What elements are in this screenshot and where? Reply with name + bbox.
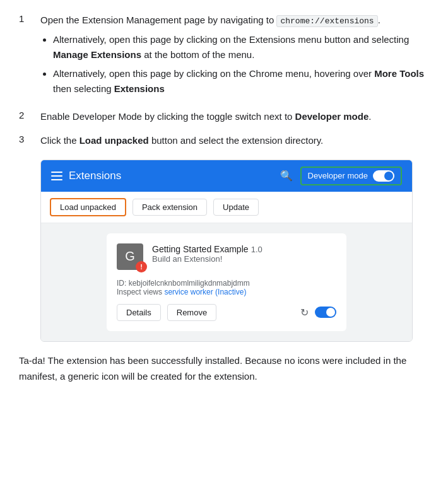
ext-header-right: 🔍 Developer mode (280, 167, 402, 185)
search-icon[interactable]: 🔍 (280, 170, 293, 182)
ext-card-top: G ! Getting Started Example 1.0 Build an… (117, 243, 336, 270)
step-1-content: Open the Extension Management page by na… (40, 13, 429, 100)
step-2-text-before: Enable Developer Mode by clicking the to… (40, 111, 295, 122)
step-3: 3 Click the Load unpacked button and sel… (19, 133, 429, 148)
ext-card: G ! Getting Started Example 1.0 Build an… (107, 233, 346, 331)
step-number-1: 1 (19, 13, 32, 24)
hamburger-icon[interactable] (51, 172, 62, 180)
ext-toolbar: Load unpacked Pack extension Update (41, 192, 412, 223)
ext-description: Build an Extension! (152, 254, 336, 264)
ext-icon-wrapper: G ! (117, 243, 143, 270)
remove-button[interactable]: Remove (167, 304, 216, 321)
step-3-text-before: Click the (40, 135, 80, 146)
step-1-suffix: . (378, 15, 380, 25)
step-3-text-after: button and select the extension director… (149, 135, 324, 146)
step-number-2: 2 (19, 109, 32, 120)
ext-name-version: Getting Started Example 1.0 (152, 243, 336, 254)
step-2-bold: Developer mode (295, 111, 369, 122)
step-2: 2 Enable Developer Mode by clicking the … (19, 109, 429, 124)
step-number-3: 3 (19, 133, 32, 144)
bullet-2: Alternatively, open this page by clickin… (53, 66, 429, 96)
step-1: 1 Open the Extension Management page by … (19, 13, 429, 100)
load-unpacked-button[interactable]: Load unpacked (50, 198, 126, 216)
ext-header: Extensions 🔍 Developer mode (41, 160, 412, 192)
extension-toggle[interactable] (315, 307, 336, 318)
extensions-title: Extensions (69, 170, 121, 182)
ext-actions: Details Remove ↻ (117, 304, 336, 321)
ext-version: 1.0 (251, 245, 262, 254)
developer-mode-toggle[interactable] (373, 170, 394, 182)
ext-id: ID: kebjoifelcnknbomlmiligkdnmabjdmm (117, 279, 336, 288)
developer-mode-label: Developer mode (308, 171, 368, 180)
ext-info: Getting Started Example 1.0 Build an Ext… (152, 243, 336, 270)
ext-icon-badge: ! (136, 261, 147, 272)
step-1-bullets: Alternatively, open this page by clickin… (40, 32, 429, 96)
bullet-1: Alternatively, open this page by clickin… (53, 32, 429, 62)
update-button[interactable]: Update (213, 199, 259, 216)
pack-extension-button[interactable]: Pack extension (133, 199, 207, 216)
ext-inspect: Inspect views service worker (Inactive) (117, 288, 336, 296)
step-3-bold: Load unpacked (80, 135, 149, 146)
footer-text: Ta-da! The extension has been successful… (19, 353, 429, 385)
refresh-icon[interactable]: ↻ (300, 307, 309, 318)
developer-mode-box: Developer mode (300, 167, 402, 185)
service-worker-link[interactable]: service worker (Inactive) (164, 288, 246, 296)
ext-header-left: Extensions (51, 170, 121, 182)
ext-body: G ! Getting Started Example 1.0 Build an… (41, 223, 412, 341)
step-2-text-after: . (368, 111, 371, 122)
ext-name: Getting Started Example (152, 244, 249, 254)
details-button[interactable]: Details (117, 304, 161, 321)
step-1-text: Open the Extension Management page by na… (40, 15, 274, 25)
step-3-content: Click the Load unpacked button and selec… (40, 133, 429, 148)
extensions-manager-mock: Extensions 🔍 Developer mode Load unpacke… (40, 160, 413, 342)
ext-meta: ID: kebjoifelcnknbomlmiligkdnmabjdmm Ins… (117, 279, 336, 296)
step-2-content: Enable Developer Mode by clicking the to… (40, 109, 429, 124)
chrome-extensions-url: chrome://extensions (276, 15, 377, 27)
